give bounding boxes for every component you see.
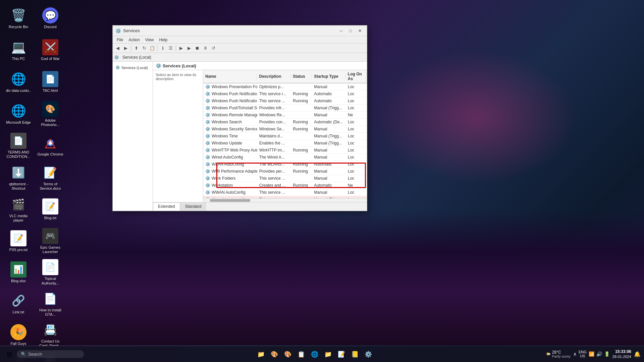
desktop-icon-ps5[interactable]: 📝 PS5 pro.txt xyxy=(3,226,34,256)
desktop-icon-qbittorrent[interactable]: ⬇️ qbittorrent - Shortcut xyxy=(3,163,34,193)
volume-icon[interactable]: 🔊 xyxy=(596,351,602,357)
horizontal-scrollbar[interactable] xyxy=(203,198,367,202)
taskbar-app-1[interactable]: 🎨 xyxy=(268,348,280,360)
weather-widget[interactable]: 🌤️ 28°C Partly sunny xyxy=(546,350,571,358)
service-row[interactable]: ⚙️ Work Folders This service ... Manual … xyxy=(203,175,367,182)
start-button[interactable]: ⊞ xyxy=(3,348,15,360)
play-button[interactable]: ▶ xyxy=(177,45,185,52)
refresh-button[interactable]: ↻ xyxy=(141,45,148,52)
menu-view[interactable]: View xyxy=(143,37,157,43)
notification-icon[interactable]: 🔔 xyxy=(634,351,641,357)
desktop-icon-discord[interactable]: 💬 Discord xyxy=(35,3,65,34)
desktop-icon-recycle-bin[interactable]: 🗑️ Recycle Bin xyxy=(3,3,34,34)
service-icon: ⚙️ xyxy=(205,148,210,153)
col-header-startup[interactable]: Startup Type xyxy=(312,73,346,79)
desktop-icon-blog[interactable]: 📝 Blog.txt xyxy=(35,194,65,225)
service-row[interactable]: ⚙️ Windows Search Provides con... Runnin… xyxy=(203,119,367,126)
address-node-services-local[interactable]: Services (Local) xyxy=(120,54,153,60)
taskbar-notes[interactable]: 📒 xyxy=(349,348,361,360)
desktop-icon-link[interactable]: 🔗 Link.txt xyxy=(3,289,34,318)
left-panel-services-local[interactable]: ⚙️ Services (Local) xyxy=(114,64,151,71)
tab-standard[interactable]: Standard xyxy=(180,202,207,211)
service-cell-name: ⚙️ WLAN AutoConfig xyxy=(203,162,257,167)
service-row[interactable]: ⚙️ Windows PushToInstall Servi... Provid… xyxy=(203,105,367,112)
close-button[interactable]: ✕ xyxy=(356,26,364,35)
service-cell-desc: Enables the ... xyxy=(257,140,291,146)
service-row[interactable]: ⚙️ WWAN AutoConfig This service ... Manu… xyxy=(203,189,367,196)
desktop-icon-blogxlsx[interactable]: 📊 Blog.xlsx xyxy=(3,257,34,287)
desktop-icon-vlc[interactable]: 🎬 VLC media player xyxy=(3,194,34,225)
service-icon: ⚙️ xyxy=(205,120,210,124)
lang-indicator: ENGUS xyxy=(579,350,587,358)
service-cell-name: ⚙️ Windows PushToInstall Servi... xyxy=(203,105,257,111)
taskbar-file-explorer[interactable]: 📁 xyxy=(255,348,267,360)
service-row[interactable]: ⚙️ Windows Push Notifications... This se… xyxy=(203,90,367,98)
info-button[interactable]: ℹ xyxy=(159,45,166,52)
service-row[interactable]: ⚙️ Windows Time Maintains d... Manual (T… xyxy=(203,133,367,140)
service-row[interactable]: ⚙️ Windows Presentation Foun... Optimize… xyxy=(203,83,367,90)
taskbar-edge[interactable]: 🌐 xyxy=(309,348,321,360)
service-cell-name: ⚙️ Windows Search xyxy=(203,119,257,125)
service-row[interactable]: ⚙️ Workstation Creates and ... Running A… xyxy=(203,182,367,189)
desktop-icon-epic[interactable]: 🎮 Epic Games Launcher xyxy=(35,226,65,256)
service-row[interactable]: ⚙️ Windows Update Enables the ... Manual… xyxy=(203,140,367,147)
taskbar-app-2[interactable]: 🎨 xyxy=(282,348,294,360)
minimize-button[interactable]: ─ xyxy=(337,26,345,35)
system-tray: 🌤️ 28°C Partly sunny xyxy=(546,350,571,358)
clock[interactable]: 15:33:06 28-01-2024 xyxy=(612,349,631,359)
desktop-icon-terms[interactable]: 📄 TERMS AND CONDITION... xyxy=(3,131,34,161)
taskbar-settings[interactable]: ⚙️ xyxy=(362,348,374,360)
desktop-icon-fallguys[interactable]: 🎉 Fall Guys xyxy=(3,320,34,350)
chevron-up-icon[interactable]: ∧ xyxy=(573,351,577,357)
desktop-icon-terms2[interactable]: 📝 Terms of Service.docx xyxy=(35,163,65,193)
desktop-icon-edge[interactable]: 🌐 div data-custo.. xyxy=(3,67,34,97)
service-row[interactable]: ⚙️ WMI Performance Adapter Provides per.… xyxy=(203,168,367,175)
desktop-icon-adobe[interactable]: 🎨 Adobe Photosho... xyxy=(35,99,65,129)
desktop-icon-topical[interactable]: 📄 Topical Authority... xyxy=(35,257,65,287)
taskbar-left: ⊞ 🔍 Search xyxy=(3,348,84,360)
taskbar-app-3[interactable]: 📋 xyxy=(295,348,307,360)
menu-action[interactable]: Action xyxy=(126,37,142,43)
service-cell-name: ⚙️ WinHTTP Web Proxy Auto-D... xyxy=(203,147,257,153)
stop-button[interactable]: ⏹ xyxy=(194,45,201,52)
desktop-icon-ms-edge[interactable]: 🌐 Microsoft Edge xyxy=(3,99,34,129)
taskbar-word[interactable]: 📝 xyxy=(335,348,347,360)
col-header-logon[interactable]: Log On As xyxy=(346,71,367,82)
menu-file[interactable]: File xyxy=(114,37,126,43)
pause-button[interactable]: ⏸ xyxy=(202,45,209,52)
col-header-status[interactable]: Status xyxy=(291,73,312,79)
restart-button[interactable]: ↺ xyxy=(210,45,217,52)
wifi-icon[interactable]: 📶 xyxy=(589,351,594,357)
toolbar-btn-3[interactable]: 📋 xyxy=(149,45,156,52)
service-row[interactable]: ⚙️ Windows Remote Managem... Windows Re.… xyxy=(203,112,367,119)
service-cell-desc: Maintains d... xyxy=(257,133,291,139)
menu-help[interactable]: Help xyxy=(157,37,170,43)
service-row[interactable]: ⚙️ WLAN AutoConfig The WLANS... Running … xyxy=(203,161,367,168)
search-bar[interactable]: 🔍 Search xyxy=(17,350,84,358)
col-header-desc[interactable]: Description xyxy=(257,73,291,79)
address-bar: ⚙️ Services (Local) xyxy=(113,53,367,62)
col-header-name[interactable]: Name xyxy=(203,73,257,79)
h-scroll-thumb[interactable] xyxy=(210,199,250,202)
desktop-icon-contact[interactable]: 📇 Contact Us Card_Dood... xyxy=(35,320,65,350)
play2-button[interactable]: ▶ xyxy=(185,45,193,52)
desktop-icon-chrome[interactable]: Google Chrome xyxy=(35,131,65,161)
service-row[interactable]: ⚙️ Wired AutoConfig The Wired A... Manua… xyxy=(203,154,367,161)
service-row[interactable]: ⚙️ Windows Security Service Windows Se..… xyxy=(203,126,367,133)
service-cell-startup: Automatic xyxy=(312,91,346,97)
service-row[interactable]: ⚙️ Windows Push Notifications... This se… xyxy=(203,98,367,105)
taskbar-folder[interactable]: 📁 xyxy=(322,348,334,360)
battery-icon[interactable]: 🔋 xyxy=(604,351,610,357)
maximize-button[interactable]: □ xyxy=(346,26,355,35)
desktop-icon-god-of-war[interactable]: ⚔️ God of War xyxy=(35,35,65,65)
desktop-icon-this-pc[interactable]: 💻 This PC xyxy=(3,35,34,65)
up-button[interactable]: ⬆ xyxy=(132,45,140,52)
forward-button[interactable]: ▶ xyxy=(122,45,129,52)
back-button[interactable]: ◀ xyxy=(114,45,121,52)
tab-extended[interactable]: Extended xyxy=(153,202,180,211)
service-rows[interactable]: ⚙️ Windows Presentation Foun... Optimize… xyxy=(203,83,367,198)
list-button[interactable]: ☰ xyxy=(167,45,174,52)
desktop-icon-howtogta[interactable]: 📄 How to install GTA... xyxy=(35,289,65,318)
service-row[interactable]: ⚙️ WinHTTP Web Proxy Auto-D... WinHTTP i… xyxy=(203,147,367,154)
desktop-icon-tac[interactable]: 📄 TAC.html xyxy=(35,67,65,97)
